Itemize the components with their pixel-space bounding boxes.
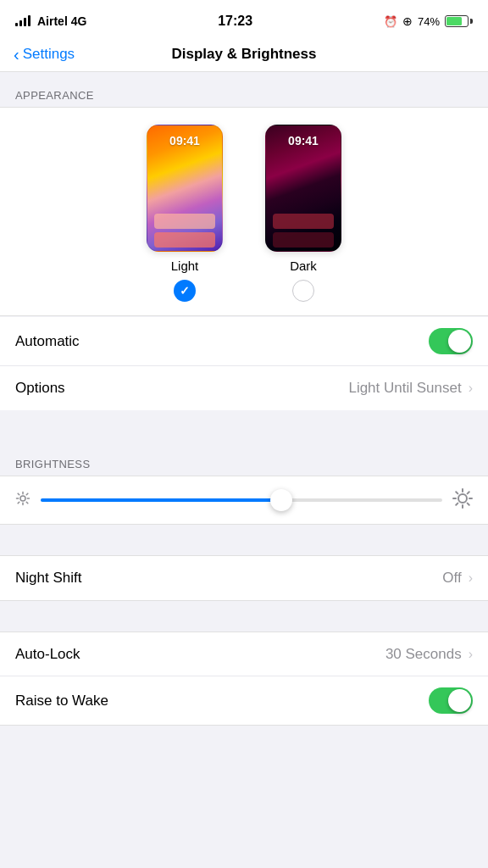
check-icon: ✓ [180, 284, 190, 298]
light-option[interactable]: 09:41 Light ✓ [147, 125, 223, 302]
night-shift-right: Off › [442, 570, 473, 587]
appearance-choices: 09:41 Light ✓ 09:41 Dark [0, 107, 488, 316]
section-separator-2 [0, 525, 488, 555]
automatic-row: Automatic [0, 317, 488, 366]
orientation-icon: ⊕ [402, 14, 413, 28]
light-radio[interactable]: ✓ [174, 280, 196, 302]
svg-line-7 [18, 502, 19, 504]
auto-lock-chevron-icon: › [469, 647, 473, 662]
brightness-slider[interactable] [41, 498, 442, 502]
back-button[interactable]: ‹ Settings [14, 45, 75, 64]
carrier-label: Airtel 4G [37, 14, 86, 28]
brightness-row [15, 488, 473, 512]
dark-time: 09:41 [266, 134, 341, 147]
appearance-section: APPEARANCE 09:41 Light ✓ 09:41 [0, 72, 488, 410]
automatic-label: Automatic [15, 333, 80, 350]
night-shift-chevron-icon: › [469, 570, 473, 586]
light-time: 09:41 [147, 134, 222, 147]
svg-line-8 [26, 493, 28, 495]
options-right: Light Until Sunset › [348, 380, 473, 397]
status-left: Airtel 4G [15, 14, 86, 28]
automatic-toggle[interactable] [429, 328, 473, 354]
page-title: Display & Brightness [172, 46, 317, 63]
dark-radio[interactable] [292, 280, 314, 302]
section-separator-3 [0, 601, 488, 632]
night-shift-value: Off [442, 570, 461, 587]
brightness-high-icon [452, 488, 473, 512]
battery-percent-label: 74% [418, 15, 440, 28]
slider-fill [41, 498, 281, 502]
auto-lock-value: 30 Seconds [385, 646, 462, 663]
brightness-header: BRIGHTNESS [0, 441, 488, 476]
toggle-knob [448, 330, 471, 353]
light-preview: 09:41 [147, 125, 223, 252]
dark-option[interactable]: 09:41 Dark [265, 125, 341, 302]
options-row[interactable]: Options Light Until Sunset › [0, 366, 488, 410]
options-label: Options [15, 380, 65, 397]
signal-icon [15, 16, 30, 26]
brightness-section: BRIGHTNESS [0, 441, 488, 525]
auto-lock-group: Auto-Lock 30 Seconds › Raise to Wake [0, 632, 488, 726]
options-chevron-icon: › [469, 381, 473, 396]
back-chevron-icon: ‹ [14, 45, 19, 64]
auto-lock-right: 30 Seconds › [385, 646, 473, 663]
night-shift-row[interactable]: Night Shift Off › [0, 556, 488, 600]
light-widgets [147, 210, 222, 251]
svg-point-9 [458, 494, 467, 503]
svg-line-17 [468, 492, 469, 493]
slider-thumb[interactable] [270, 489, 292, 511]
svg-point-0 [20, 496, 25, 501]
svg-line-16 [456, 504, 458, 505]
dark-widgets [266, 210, 341, 251]
nav-bar: ‹ Settings Display & Brightness [0, 37, 488, 72]
brightness-low-icon [15, 491, 30, 509]
section-separator-1 [0, 410, 488, 441]
svg-line-3 [18, 493, 19, 495]
dark-label: Dark [290, 259, 317, 273]
raise-toggle-knob [448, 689, 471, 712]
svg-line-12 [456, 492, 458, 493]
raise-to-wake-label: Raise to Wake [15, 693, 108, 709]
night-shift-group: Night Shift Off › [0, 555, 488, 601]
appearance-header: APPEARANCE [0, 72, 488, 107]
raise-to-wake-toggle[interactable] [429, 687, 473, 714]
back-label: Settings [23, 46, 75, 63]
light-label: Light [171, 259, 199, 273]
dark-preview: 09:41 [265, 125, 341, 252]
auto-lock-label: Auto-Lock [15, 646, 80, 663]
status-bar: Airtel 4G 17:23 ⏰ ⊕ 74% [0, 0, 488, 37]
options-value: Light Until Sunset [348, 380, 461, 397]
alarm-icon: ⏰ [384, 15, 397, 28]
night-shift-label: Night Shift [15, 570, 81, 587]
raise-to-wake-row: Raise to Wake [0, 676, 488, 725]
brightness-group [0, 476, 488, 525]
time-label: 17:23 [218, 14, 252, 29]
auto-lock-row[interactable]: Auto-Lock 30 Seconds › [0, 632, 488, 676]
svg-line-13 [468, 504, 469, 505]
status-right: ⏰ ⊕ 74% [384, 14, 473, 28]
svg-line-4 [26, 502, 28, 504]
battery-icon [445, 15, 473, 27]
